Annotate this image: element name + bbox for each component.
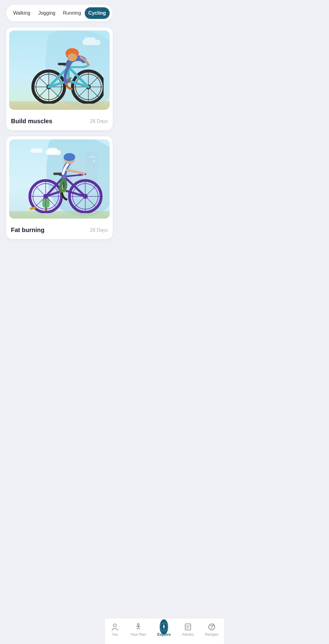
card-title-build-muscles: Build muscles — [11, 118, 52, 125]
tab-jogging[interactable]: Jogging — [34, 7, 60, 19]
svg-point-28 — [67, 53, 77, 61]
card-image-fat-burning — [9, 139, 110, 219]
card-footer-build-muscles: Build muscles 28 Days — [6, 113, 113, 130]
card-image-build-muscles — [9, 30, 110, 110]
tab-walking[interactable]: Walking — [9, 7, 34, 19]
page-container: Walking Jogging Running Cycling — [0, 0, 119, 273]
card-title-fat-burning: Fat burning — [11, 227, 44, 234]
svg-point-53 — [82, 172, 85, 175]
category-tabs: Walking Jogging Running Cycling — [6, 5, 113, 21]
card-footer-fat-burning: Fat burning 28 Days — [6, 222, 113, 239]
svg-rect-22 — [58, 63, 67, 65]
card-duration-build-muscles: 28 Days — [90, 119, 108, 124]
card-fat-burning[interactable]: Fat burning 28 Days — [6, 136, 113, 239]
svg-point-25 — [87, 63, 90, 66]
tab-cycling[interactable]: Cycling — [85, 7, 110, 19]
svg-rect-51 — [53, 173, 62, 175]
card-build-muscles[interactable]: Build muscles 28 Days — [6, 27, 113, 130]
tab-running[interactable]: Running — [59, 7, 85, 19]
card-duration-fat-burning: 28 Days — [90, 227, 108, 233]
